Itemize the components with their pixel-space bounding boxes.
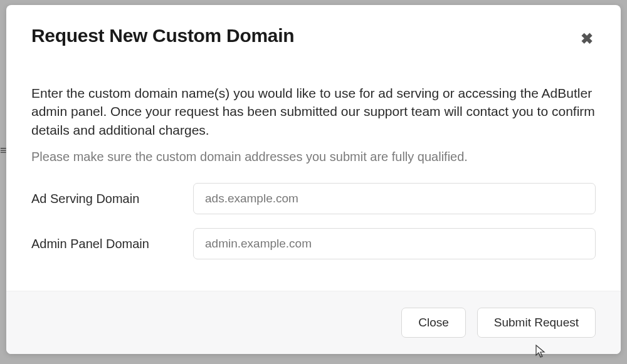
modal-note: Please make sure the custom domain addre…	[31, 148, 596, 165]
close-icon[interactable]: ✖	[578, 29, 596, 49]
close-button[interactable]: Close	[401, 308, 466, 338]
request-custom-domain-modal: Request New Custom Domain ✖ Enter the cu…	[6, 5, 621, 354]
hamburger-menu-icon: ≡	[0, 144, 6, 157]
admin-panel-domain-label: Admin Panel Domain	[31, 237, 193, 251]
modal-title: Request New Custom Domain	[31, 25, 294, 46]
modal-header: Request New Custom Domain ✖	[31, 25, 596, 49]
modal-description: Enter the custom domain name(s) you woul…	[31, 84, 596, 139]
modal-body: Request New Custom Domain ✖ Enter the cu…	[6, 5, 621, 291]
submit-request-button[interactable]: Submit Request	[477, 308, 596, 338]
ad-serving-domain-input[interactable]	[193, 183, 596, 214]
ad-serving-domain-row: Ad Serving Domain	[31, 183, 596, 214]
admin-panel-domain-row: Admin Panel Domain	[31, 228, 596, 259]
admin-panel-domain-input[interactable]	[193, 228, 596, 259]
modal-footer: Close Submit Request	[6, 291, 621, 354]
ad-serving-domain-label: Ad Serving Domain	[31, 192, 193, 206]
